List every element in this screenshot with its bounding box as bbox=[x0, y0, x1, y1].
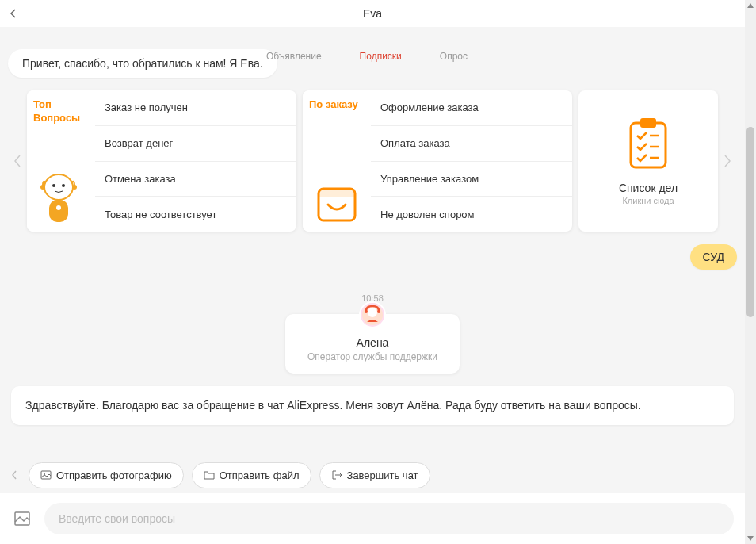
end-chat-button[interactable]: Завершить чат bbox=[319, 462, 430, 488]
svg-point-16 bbox=[365, 310, 368, 313]
folder-icon bbox=[204, 469, 215, 481]
q-item-mismatch[interactable]: Товар не соответствует bbox=[95, 197, 296, 232]
bag-icon bbox=[315, 181, 358, 224]
svg-rect-18 bbox=[41, 471, 51, 479]
avatar-icon bbox=[362, 305, 383, 325]
tab-subscriptions[interactable]: Подписки bbox=[357, 51, 405, 54]
question-list: Заказ не получен Возврат денег Отмена за… bbox=[95, 90, 296, 232]
operator-card: Алена Оператор службы поддержки bbox=[285, 314, 460, 374]
cards-row: Топ Вопросы bbox=[27, 90, 718, 232]
svg-rect-8 bbox=[319, 189, 355, 197]
todo-title: Список дел bbox=[619, 182, 678, 194]
robot-icon bbox=[35, 171, 82, 227]
card-side-title: По заказу bbox=[309, 98, 365, 112]
back-button[interactable] bbox=[0, 0, 27, 27]
operator-subtitle: Оператор службы поддержки bbox=[293, 351, 452, 362]
operator-name: Алена bbox=[293, 336, 452, 349]
svg-point-0 bbox=[44, 174, 73, 200]
tab-announcement[interactable]: Объявление bbox=[263, 51, 325, 54]
q-manage-order[interactable]: Управление заказом bbox=[371, 162, 572, 197]
actions-prev[interactable] bbox=[8, 470, 21, 480]
scroll-up-button[interactable] bbox=[745, 0, 756, 11]
header-title: Eva bbox=[27, 7, 718, 20]
message-input[interactable] bbox=[44, 503, 734, 534]
operator-message: Здравствуйте. Благодарю вас за обращение… bbox=[11, 386, 734, 425]
caret-down-icon bbox=[747, 536, 754, 541]
chevron-left-icon bbox=[11, 470, 17, 480]
send-photo-label: Отправить фотографию bbox=[56, 469, 172, 481]
svg-point-2 bbox=[62, 184, 65, 187]
send-photo-button[interactable]: Отправить фотографию bbox=[29, 462, 184, 488]
q-cancel-order[interactable]: Отмена заказа bbox=[95, 162, 296, 197]
svg-point-6 bbox=[56, 205, 61, 210]
operator-avatar bbox=[359, 301, 386, 328]
caret-up-icon bbox=[747, 3, 754, 8]
svg-rect-10 bbox=[640, 118, 656, 128]
card-top-questions: Топ Вопросы bbox=[27, 90, 296, 232]
input-bar bbox=[0, 493, 745, 544]
carousel-next[interactable] bbox=[718, 155, 737, 167]
svg-point-17 bbox=[377, 310, 380, 313]
svg-point-3 bbox=[40, 185, 45, 190]
chat-app: Eva Объявление Подписки Опрос Привет, сп… bbox=[0, 0, 756, 544]
chevron-left-icon bbox=[13, 155, 21, 167]
q-payment[interactable]: Оплата заказа bbox=[371, 126, 572, 162]
card-side-title: Топ Вопросы bbox=[33, 98, 89, 125]
tab-survey[interactable]: Опрос bbox=[437, 51, 471, 54]
scrollbar-thumb[interactable] bbox=[746, 127, 754, 317]
svg-point-1 bbox=[52, 184, 55, 187]
send-file-button[interactable]: Отправить файл bbox=[192, 462, 311, 488]
todo-subtitle: Кликни сюда bbox=[622, 196, 674, 205]
scrollbar[interactable] bbox=[745, 0, 756, 544]
q-order-not-received[interactable]: Заказ не получен bbox=[95, 90, 296, 126]
action-row: Отправить фотографию Отправить файл Заве… bbox=[0, 457, 745, 493]
scroll-down-button[interactable] bbox=[745, 533, 756, 544]
carousel-prev[interactable] bbox=[8, 155, 27, 167]
q-dispute[interactable]: Не доволен спором bbox=[371, 197, 572, 232]
send-file-label: Отправить файл bbox=[220, 469, 300, 481]
q-checkout[interactable]: Оформление заказа bbox=[371, 90, 572, 126]
q-refund[interactable]: Возврат денег bbox=[95, 126, 296, 162]
card-side: По заказу bbox=[303, 90, 371, 232]
header: Eva bbox=[0, 0, 745, 27]
bot-message: Привет, спасибо, что обратились к нам! Я… bbox=[8, 49, 277, 78]
tabs-inner: Объявление Подписки Опрос bbox=[263, 51, 471, 54]
end-chat-label: Завершить чат bbox=[347, 469, 418, 481]
cards-carousel: Топ Вопросы bbox=[8, 90, 737, 232]
svg-point-15 bbox=[368, 308, 377, 317]
chat-body: Объявление Подписки Опрос Привет, спасиб… bbox=[0, 27, 745, 457]
clipboard-icon bbox=[624, 117, 672, 172]
card-side: Топ Вопросы bbox=[27, 90, 95, 232]
user-message: СУД bbox=[690, 244, 737, 270]
chevron-left-icon bbox=[9, 9, 18, 18]
photo-icon bbox=[40, 469, 52, 481]
image-button[interactable] bbox=[11, 508, 33, 530]
question-list: Оформление заказа Оплата заказа Управлен… bbox=[371, 90, 572, 232]
exit-icon bbox=[331, 469, 342, 481]
card-by-order: По заказу Оформление заказа Оплата заказ… bbox=[303, 90, 572, 232]
message-row: СУД bbox=[8, 244, 737, 270]
svg-rect-9 bbox=[631, 123, 666, 167]
svg-rect-5 bbox=[49, 200, 68, 222]
svg-point-4 bbox=[72, 185, 77, 190]
card-todo[interactable]: Список дел Кликни сюда bbox=[578, 90, 718, 232]
chevron-right-icon bbox=[724, 155, 731, 167]
image-icon bbox=[13, 510, 31, 527]
